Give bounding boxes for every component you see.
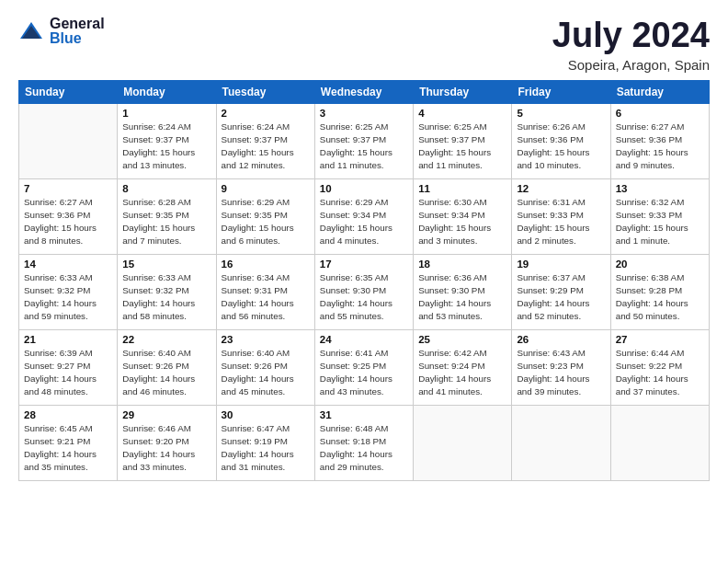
day-number: 13 xyxy=(616,183,704,194)
calendar-header-tuesday: Tuesday xyxy=(216,80,314,103)
title-block: July 2024 Sopeira, Aragon, Spain xyxy=(552,17,710,73)
calendar-cell xyxy=(610,405,709,480)
calendar-cell: 4Sunrise: 6:25 AM Sunset: 9:37 PM Daylig… xyxy=(414,103,512,178)
day-info: Sunrise: 6:46 AM Sunset: 9:20 PM Dayligh… xyxy=(122,422,210,475)
calendar-cell: 6Sunrise: 6:27 AM Sunset: 9:36 PM Daylig… xyxy=(610,103,709,178)
day-number: 25 xyxy=(418,334,506,345)
day-info: Sunrise: 6:41 AM Sunset: 9:25 PM Dayligh… xyxy=(320,347,408,399)
calendar-cell: 23Sunrise: 6:40 AM Sunset: 9:26 PM Dayli… xyxy=(216,329,314,405)
logo-icon xyxy=(18,18,44,44)
calendar-cell: 30Sunrise: 6:47 AM Sunset: 9:19 PM Dayli… xyxy=(216,405,314,480)
calendar-cell xyxy=(19,103,118,178)
logo-blue: Blue xyxy=(50,31,105,46)
calendar-cell: 20Sunrise: 6:38 AM Sunset: 9:28 PM Dayli… xyxy=(610,254,709,329)
calendar-cell: 5Sunrise: 6:26 AM Sunset: 9:36 PM Daylig… xyxy=(512,103,610,178)
day-info: Sunrise: 6:39 AM Sunset: 9:27 PM Dayligh… xyxy=(24,347,112,399)
calendar-week-row: 21Sunrise: 6:39 AM Sunset: 9:27 PM Dayli… xyxy=(19,329,710,405)
day-number: 7 xyxy=(24,183,112,194)
logo: General Blue xyxy=(18,17,105,46)
day-info: Sunrise: 6:38 AM Sunset: 9:28 PM Dayligh… xyxy=(616,271,704,324)
day-number: 10 xyxy=(320,183,408,194)
calendar-cell: 16Sunrise: 6:34 AM Sunset: 9:31 PM Dayli… xyxy=(216,254,314,329)
day-number: 19 xyxy=(517,259,605,270)
calendar-cell: 14Sunrise: 6:33 AM Sunset: 9:32 PM Dayli… xyxy=(19,254,118,329)
calendar-table: SundayMondayTuesdayWednesdayThursdayFrid… xyxy=(18,80,710,481)
day-number: 8 xyxy=(122,183,210,194)
calendar-week-row: 7Sunrise: 6:27 AM Sunset: 9:36 PM Daylig… xyxy=(19,178,710,254)
day-number: 14 xyxy=(24,259,112,270)
calendar-cell: 8Sunrise: 6:28 AM Sunset: 9:35 PM Daylig… xyxy=(118,178,216,254)
day-info: Sunrise: 6:31 AM Sunset: 9:33 PM Dayligh… xyxy=(517,196,605,248)
day-info: Sunrise: 6:36 AM Sunset: 9:30 PM Dayligh… xyxy=(418,271,506,324)
calendar-week-row: 28Sunrise: 6:45 AM Sunset: 9:21 PM Dayli… xyxy=(19,405,710,480)
day-info: Sunrise: 6:32 AM Sunset: 9:33 PM Dayligh… xyxy=(616,196,704,248)
day-info: Sunrise: 6:24 AM Sunset: 9:37 PM Dayligh… xyxy=(122,121,210,173)
calendar-cell: 31Sunrise: 6:48 AM Sunset: 9:18 PM Dayli… xyxy=(314,405,413,480)
calendar-cell: 10Sunrise: 6:29 AM Sunset: 9:34 PM Dayli… xyxy=(314,178,413,254)
day-info: Sunrise: 6:33 AM Sunset: 9:32 PM Dayligh… xyxy=(122,271,210,324)
calendar-header-thursday: Thursday xyxy=(414,80,512,103)
calendar-week-row: 1Sunrise: 6:24 AM Sunset: 9:37 PM Daylig… xyxy=(19,103,710,178)
day-info: Sunrise: 6:25 AM Sunset: 9:37 PM Dayligh… xyxy=(320,121,408,173)
day-info: Sunrise: 6:28 AM Sunset: 9:35 PM Dayligh… xyxy=(122,196,210,248)
day-number: 17 xyxy=(320,259,408,270)
day-number: 24 xyxy=(320,334,408,345)
calendar-cell: 19Sunrise: 6:37 AM Sunset: 9:29 PM Dayli… xyxy=(512,254,610,329)
day-number: 20 xyxy=(616,259,704,270)
main-title: July 2024 xyxy=(552,17,710,55)
day-number: 23 xyxy=(222,334,310,345)
day-number: 30 xyxy=(222,409,310,420)
day-info: Sunrise: 6:37 AM Sunset: 9:29 PM Dayligh… xyxy=(517,271,605,324)
day-number: 18 xyxy=(418,259,506,270)
calendar-cell: 12Sunrise: 6:31 AM Sunset: 9:33 PM Dayli… xyxy=(512,178,610,254)
day-number: 26 xyxy=(517,334,605,345)
day-number: 27 xyxy=(616,334,704,345)
day-number: 4 xyxy=(418,108,506,119)
day-info: Sunrise: 6:26 AM Sunset: 9:36 PM Dayligh… xyxy=(517,121,605,173)
day-number: 11 xyxy=(418,183,506,194)
subtitle: Sopeira, Aragon, Spain xyxy=(552,57,710,73)
calendar-cell: 2Sunrise: 6:24 AM Sunset: 9:37 PM Daylig… xyxy=(216,103,314,178)
calendar-cell: 25Sunrise: 6:42 AM Sunset: 9:24 PM Dayli… xyxy=(414,329,512,405)
day-number: 21 xyxy=(24,334,112,345)
logo-text: General Blue xyxy=(50,17,105,46)
calendar-cell: 13Sunrise: 6:32 AM Sunset: 9:33 PM Dayli… xyxy=(610,178,709,254)
calendar-cell: 24Sunrise: 6:41 AM Sunset: 9:25 PM Dayli… xyxy=(314,329,413,405)
day-info: Sunrise: 6:44 AM Sunset: 9:22 PM Dayligh… xyxy=(616,347,704,399)
calendar-cell: 3Sunrise: 6:25 AM Sunset: 9:37 PM Daylig… xyxy=(314,103,413,178)
calendar-cell: 22Sunrise: 6:40 AM Sunset: 9:26 PM Dayli… xyxy=(118,329,216,405)
day-number: 2 xyxy=(222,108,310,119)
day-info: Sunrise: 6:45 AM Sunset: 9:21 PM Dayligh… xyxy=(24,422,112,475)
calendar-cell: 7Sunrise: 6:27 AM Sunset: 9:36 PM Daylig… xyxy=(19,178,118,254)
calendar-cell: 26Sunrise: 6:43 AM Sunset: 9:23 PM Dayli… xyxy=(512,329,610,405)
page: General Blue July 2024 Sopeira, Aragon, … xyxy=(0,0,728,563)
day-info: Sunrise: 6:34 AM Sunset: 9:31 PM Dayligh… xyxy=(222,271,310,324)
day-number: 28 xyxy=(24,409,112,420)
calendar-cell: 27Sunrise: 6:44 AM Sunset: 9:22 PM Dayli… xyxy=(610,329,709,405)
calendar-header-friday: Friday xyxy=(512,80,610,103)
day-info: Sunrise: 6:24 AM Sunset: 9:37 PM Dayligh… xyxy=(222,121,310,173)
day-info: Sunrise: 6:42 AM Sunset: 9:24 PM Dayligh… xyxy=(418,347,506,399)
calendar-header-sunday: Sunday xyxy=(19,80,118,103)
calendar-header-wednesday: Wednesday xyxy=(314,80,413,103)
logo-general: General xyxy=(50,17,105,31)
day-info: Sunrise: 6:33 AM Sunset: 9:32 PM Dayligh… xyxy=(24,271,112,324)
calendar-cell: 17Sunrise: 6:35 AM Sunset: 9:30 PM Dayli… xyxy=(314,254,413,329)
calendar-cell xyxy=(414,405,512,480)
calendar-header-saturday: Saturday xyxy=(610,80,709,103)
calendar-cell: 9Sunrise: 6:29 AM Sunset: 9:35 PM Daylig… xyxy=(216,178,314,254)
calendar-cell: 18Sunrise: 6:36 AM Sunset: 9:30 PM Dayli… xyxy=(414,254,512,329)
calendar-cell: 15Sunrise: 6:33 AM Sunset: 9:32 PM Dayli… xyxy=(118,254,216,329)
calendar-header-row: SundayMondayTuesdayWednesdayThursdayFrid… xyxy=(19,80,710,103)
day-number: 22 xyxy=(122,334,210,345)
calendar-cell: 29Sunrise: 6:46 AM Sunset: 9:20 PM Dayli… xyxy=(118,405,216,480)
day-number: 3 xyxy=(320,108,408,119)
day-info: Sunrise: 6:40 AM Sunset: 9:26 PM Dayligh… xyxy=(222,347,310,399)
day-number: 15 xyxy=(122,259,210,270)
day-info: Sunrise: 6:35 AM Sunset: 9:30 PM Dayligh… xyxy=(320,271,408,324)
day-number: 1 xyxy=(122,108,210,119)
calendar-cell: 21Sunrise: 6:39 AM Sunset: 9:27 PM Dayli… xyxy=(19,329,118,405)
day-number: 29 xyxy=(122,409,210,420)
day-info: Sunrise: 6:30 AM Sunset: 9:34 PM Dayligh… xyxy=(418,196,506,248)
day-info: Sunrise: 6:29 AM Sunset: 9:34 PM Dayligh… xyxy=(320,196,408,248)
